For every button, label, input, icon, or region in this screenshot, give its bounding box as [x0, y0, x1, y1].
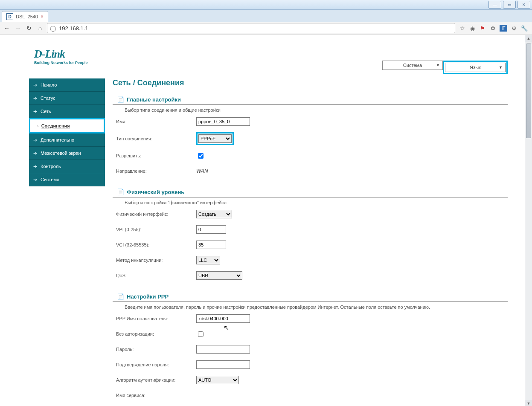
- bookmark-icon[interactable]: ☆: [458, 24, 466, 32]
- back-icon[interactable]: ←: [3, 24, 11, 32]
- vpi-input[interactable]: [196, 225, 226, 234]
- name-input[interactable]: [196, 117, 250, 126]
- encap-label: Метод инкапсуляции:: [116, 258, 196, 263]
- forward-icon[interactable]: →: [14, 24, 22, 32]
- language-dropdown-highlight: Язык ▼: [443, 61, 508, 74]
- sidebar-item-status[interactable]: ➔Статус: [29, 92, 105, 105]
- connection-type-select[interactable]: PPPoE: [198, 134, 232, 143]
- sidebar-item-network[interactable]: ➔Сеть: [29, 105, 105, 118]
- section-main-settings: 📄Главные настройки Выбор типа соединения…: [113, 96, 508, 176]
- ext-icon-3[interactable]: ✿: [489, 25, 496, 32]
- allow-label: Разрешить:: [116, 153, 196, 158]
- section-title: Главные настройки: [127, 96, 181, 103]
- home-icon[interactable]: ⌂: [36, 24, 44, 32]
- window-min-button[interactable]: —: [488, 1, 501, 9]
- arrow-right-icon: ➔: [33, 96, 37, 101]
- noauth-label: Без авторизации:: [116, 331, 196, 336]
- sidebar-item-start[interactable]: ➔Начало: [29, 78, 105, 92]
- sidebar-item-label: Контроль: [41, 164, 61, 169]
- sidebar-item-system[interactable]: ➔Система: [29, 173, 105, 186]
- language-dropdown[interactable]: Язык ▼: [445, 63, 506, 72]
- ppp-user-label: PPP Имя пользователя:: [116, 316, 196, 321]
- sidebar-nav: ➔Начало ➔Статус ➔Сеть ›Соединения ➔Допол…: [29, 78, 105, 186]
- wrench-icon[interactable]: 🔧: [521, 25, 528, 32]
- auth-algo-select[interactable]: AUTO: [196, 376, 239, 384]
- password-input[interactable]: [196, 345, 250, 354]
- sidebar-item-label: Сеть: [41, 109, 51, 114]
- section-physical-level: 📄Физический уровень Выбор и настройка "ф…: [113, 188, 508, 280]
- sidebar-item-label: Межсетевой экран: [41, 151, 81, 156]
- section-desc: Введите имя пользователя, пароль и прочи…: [125, 304, 508, 310]
- main-content: Сеть / Соединения 📄Главные настройки Выб…: [113, 78, 508, 406]
- url-text: 192.168.1.1: [59, 25, 88, 32]
- sidebar-item-firewall[interactable]: ➔Межсетевой экран: [29, 147, 105, 160]
- encapsulation-select[interactable]: LLC: [196, 256, 220, 264]
- section-desc: Выбор типа соединения и общие настройки: [125, 107, 508, 113]
- direction-value: WAN: [196, 168, 208, 174]
- sidebar-item-label: Статус: [41, 96, 55, 101]
- ext-icon-2[interactable]: ⚑: [479, 25, 486, 32]
- system-dropdown-label: Система: [403, 63, 422, 68]
- section-title: Физический уровень: [127, 189, 184, 195]
- password-label: Пароль:: [116, 347, 196, 352]
- sidebar-subitem-connections[interactable]: ›Соединения: [29, 118, 105, 133]
- logo: D-Link Building Networks for People: [34, 48, 88, 65]
- arrow-right-icon: ➔: [33, 177, 37, 183]
- type-select-highlight: PPPoE: [196, 132, 234, 145]
- arrow-right-icon: ➔: [33, 164, 37, 169]
- ext-icon-5[interactable]: ⚙: [511, 25, 517, 32]
- window-max-button[interactable]: ▭: [503, 1, 516, 9]
- window-title-bar: — ▭ ✕: [0, 0, 532, 10]
- window-close-button[interactable]: ✕: [517, 1, 530, 9]
- browser-tab[interactable]: D DSL_2540 ×: [2, 11, 48, 22]
- logo-brand: D-Link: [34, 48, 88, 61]
- section-title: Настройки PPP: [127, 293, 169, 300]
- sidebar-item-advanced[interactable]: ➔Дополнительно: [29, 133, 105, 147]
- tab-strip: D DSL_2540 ×: [0, 10, 532, 22]
- tab-close-icon[interactable]: ×: [41, 14, 44, 20]
- vci-input[interactable]: [196, 241, 226, 249]
- scroll-down-icon[interactable]: ▼: [525, 400, 532, 406]
- vertical-scrollbar[interactable]: ▲ ▼: [525, 35, 532, 406]
- noauth-checkbox[interactable]: [198, 331, 203, 337]
- ext-icon-4[interactable]: IT: [500, 25, 507, 32]
- type-label: Тип соединения:: [116, 136, 196, 141]
- document-icon: 📄: [117, 293, 124, 300]
- ext-icon-1[interactable]: ◉: [469, 25, 476, 32]
- page-title: Сеть / Соединения: [113, 78, 508, 87]
- qos-select[interactable]: UBR: [196, 271, 242, 280]
- globe-icon: ◯: [50, 25, 56, 32]
- chevron-down-icon: ▼: [499, 65, 503, 70]
- logo-tagline: Building Networks for People: [34, 61, 88, 65]
- direction-label: Направление:: [116, 168, 196, 174]
- system-dropdown[interactable]: Система ▼: [382, 61, 443, 70]
- password-confirm-input[interactable]: [196, 360, 250, 369]
- sidebar-subitem-label: Соединения: [41, 123, 70, 128]
- service-name-label: Имя сервиса:: [116, 393, 196, 398]
- reload-icon[interactable]: ↻: [25, 24, 33, 32]
- arrow-right-icon: ➔: [33, 151, 37, 156]
- scroll-thumb[interactable]: [526, 44, 531, 138]
- qos-label: QoS:: [116, 273, 196, 278]
- iface-label: Физический интерфейс:: [116, 212, 196, 217]
- chevron-down-icon: ▼: [436, 63, 440, 67]
- vci-label: VCI (32-65535):: [116, 242, 196, 247]
- arrow-right-icon: ➔: [33, 109, 37, 114]
- sidebar-item-label: Начало: [41, 82, 57, 87]
- document-icon: 📄: [117, 188, 124, 195]
- scroll-up-icon[interactable]: ▲: [525, 35, 532, 42]
- browser-toolbar: ← → ↻ ⌂ ◯ 192.168.1.1 ☆ ◉ ⚑ ✿ IT ⚙ 🔧: [0, 22, 532, 35]
- sidebar-item-label: Дополнительно: [41, 137, 74, 142]
- section-ppp-settings: 📄Настройки PPP Введите имя пользователя,…: [113, 293, 508, 406]
- sidebar-item-control[interactable]: ➔Контроль: [29, 160, 105, 173]
- allow-checkbox[interactable]: [198, 153, 203, 159]
- favicon-icon: D: [6, 13, 13, 20]
- name-label: Имя:: [116, 119, 196, 124]
- document-icon: 📄: [117, 96, 124, 103]
- auth-algo-label: Алгоритм аутентификации:: [116, 377, 196, 383]
- ppp-username-input[interactable]: [196, 314, 250, 323]
- address-bar[interactable]: ◯ 192.168.1.1: [47, 23, 455, 33]
- physical-interface-select[interactable]: Создать: [196, 210, 232, 218]
- arrow-right-icon: ➔: [33, 137, 37, 143]
- password-confirm-label: Подтверждение пароля:: [116, 362, 196, 367]
